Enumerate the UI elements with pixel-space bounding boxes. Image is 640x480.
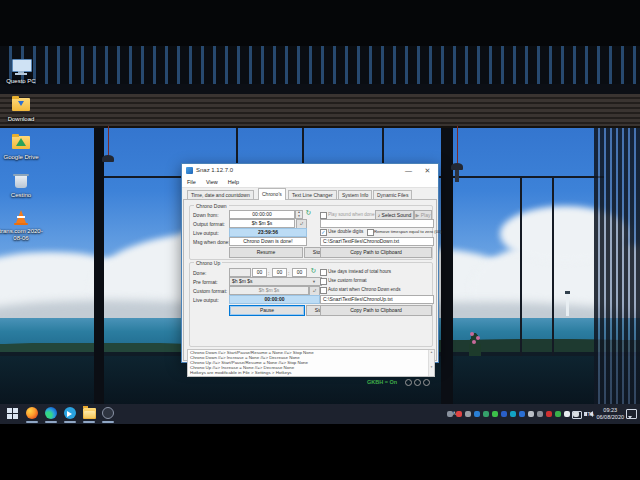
reset-up-icon[interactable]: ↻ [309, 267, 318, 275]
taskbar-firefox[interactable] [26, 407, 39, 420]
tray-icon[interactable] [510, 411, 516, 417]
desktop-icon-label: Google Drive [0, 154, 44, 161]
bamboo-blind [0, 94, 640, 128]
sound-file-input[interactable] [320, 219, 434, 228]
taskbar-clock[interactable]: 09:23 06/08/2020 [596, 407, 624, 421]
pre-format-dropdown[interactable]: $h $m $s [229, 277, 322, 286]
tab-system-info[interactable]: System Info [338, 190, 372, 199]
file-explorer-icon [83, 408, 96, 419]
close-button[interactable]: ✕ [418, 164, 437, 177]
chrono-up-path[interactable]: C:\Snaz\TextFiles\ChronoUp.txt [320, 295, 434, 304]
chrono-down-path[interactable]: C:\Snaz\TextFiles\ChronoDown.txt [320, 237, 434, 246]
flowers [468, 330, 482, 356]
tray-icon[interactable] [447, 411, 453, 417]
tray-icon[interactable] [501, 411, 507, 417]
auto-start-checkbox[interactable] [320, 287, 327, 294]
msg-when-done-input[interactable]: Chrono Down is done! [229, 237, 307, 246]
done-seconds-input[interactable]: 00 [292, 268, 307, 277]
lighthouse [566, 294, 569, 316]
use-custom-format-label: Use custom format [328, 278, 367, 283]
remove-timespan-checkbox[interactable] [367, 229, 374, 236]
status-icon-1[interactable] [405, 379, 412, 386]
tray-icon[interactable] [537, 411, 543, 417]
desktop-icon-google-drive[interactable]: Google Drive [0, 134, 44, 161]
tab-dynamic-files[interactable]: Dynamic Files [373, 190, 412, 199]
windows-logo-icon [7, 408, 18, 419]
live-output-up-label: Live output: [193, 297, 219, 303]
use-days-label: Use days instead of total hours [328, 269, 391, 274]
desktop-icon-label: trans.com 2020-08-06 [0, 228, 44, 241]
group-label: Chrono Up [194, 260, 222, 266]
done-minutes-input[interactable]: 00 [272, 268, 287, 277]
tray-icon[interactable] [474, 411, 480, 417]
remove-timespan-label: Remove timespan equal to zero (00) [374, 229, 442, 234]
tray-icon[interactable] [555, 411, 561, 417]
beam [0, 84, 640, 94]
status-icon-3[interactable] [423, 379, 430, 386]
custom-format-input[interactable]: $h $m $s [229, 286, 309, 295]
output-format-label: Output format: [193, 221, 225, 227]
tray-icon[interactable] [519, 411, 525, 417]
tray-icon[interactable] [483, 411, 489, 417]
tab-chronos[interactable]: Chrono's [258, 188, 286, 200]
action-center-icon[interactable] [626, 409, 637, 419]
desktop-icon-download[interactable]: Download [0, 96, 44, 123]
chrono-down-group: Chrono Down Down from: 00:00:00 ▲▼ ↻ Out… [189, 205, 433, 260]
status-icon-2[interactable] [414, 379, 421, 386]
tab-strip: Time, date and countdown Chrono's Text L… [182, 188, 438, 199]
done-hours-input[interactable]: 00 [252, 268, 267, 277]
desktop-icon-this-pc[interactable]: Questo PC [0, 58, 44, 85]
download-folder-icon [10, 96, 32, 114]
taskbar-explorer[interactable] [83, 407, 96, 420]
tray-icon[interactable] [456, 411, 462, 417]
taskbar-obs[interactable] [102, 407, 115, 420]
menu-help[interactable]: Help [223, 177, 244, 185]
tray-icon[interactable] [546, 411, 552, 417]
menu-file[interactable]: File [182, 177, 201, 185]
taskbar-telegram[interactable] [64, 407, 77, 420]
language-indicator[interactable]: ITA [586, 411, 594, 417]
desktop-icon-recycle-bin[interactable]: Cestino [0, 172, 44, 199]
menu-view[interactable]: View [201, 177, 223, 185]
telegram-icon [64, 407, 76, 419]
tab-time-date-countdown[interactable]: Time, date and countdown [187, 190, 254, 199]
app-icon [186, 167, 193, 174]
letterbox-bottom [0, 424, 640, 480]
resume-button[interactable]: Resume [229, 247, 303, 258]
pre-format-label: Pre format: [193, 279, 218, 285]
reset-down-icon[interactable]: ↻ [304, 209, 313, 217]
this-pc-icon [10, 58, 32, 76]
output-format-input[interactable]: $h $m $s [229, 219, 295, 228]
play-sound-checkbox[interactable] [320, 212, 327, 219]
use-days-checkbox[interactable] [320, 269, 327, 276]
recycle-bin-icon [10, 172, 32, 190]
pause-button[interactable]: Pause [229, 305, 305, 316]
taskbar-edge[interactable] [45, 407, 58, 420]
copy-path-down-button[interactable]: Copy Path to Clipboard [320, 247, 432, 258]
tab-text-line-changer[interactable]: Text Line Changer [288, 190, 337, 199]
down-from-spinner[interactable]: ▲▼ [295, 210, 303, 219]
hotkey-scrollbar[interactable]: ▲▼ [428, 350, 434, 376]
chrono-up-group: Chrono Up Done: 00 : 00 : 00 ↻ Pre forma… [189, 262, 433, 347]
start-button[interactable] [6, 407, 19, 420]
tray-icons[interactable] [445, 404, 580, 424]
chronos-tab-page: Chrono Down Down from: 00:00:00 ▲▼ ↻ Out… [183, 199, 437, 361]
down-from-label: Down from: [193, 212, 219, 218]
minimize-button[interactable]: — [399, 164, 418, 177]
display-tray-icon[interactable] [572, 411, 582, 419]
desktop-icon-label: Download [0, 116, 44, 123]
use-custom-format-checkbox[interactable] [320, 278, 327, 285]
tray-icon[interactable] [564, 411, 570, 417]
title-bar[interactable]: Snaz 1.12.7.0 — ✕ [182, 164, 438, 177]
menu-bar: File View Help [182, 177, 438, 188]
desktop-icon-label: Cestino [0, 192, 44, 199]
tray-icon[interactable] [528, 411, 534, 417]
down-from-input[interactable]: 00:00:00 [229, 210, 295, 219]
copy-path-up-button[interactable]: Copy Path to Clipboard [320, 305, 432, 316]
hotkey-info-panel: Chrono Down //=> Start/Pause/Resume = No… [187, 349, 435, 377]
tray-icon[interactable] [465, 411, 471, 417]
vlc-icon [10, 208, 32, 226]
desktop-icon-vlc-file[interactable]: trans.com 2020-08-06 [0, 208, 44, 241]
use-double-digits-checkbox[interactable] [320, 229, 327, 236]
tray-icon[interactable] [492, 411, 498, 417]
